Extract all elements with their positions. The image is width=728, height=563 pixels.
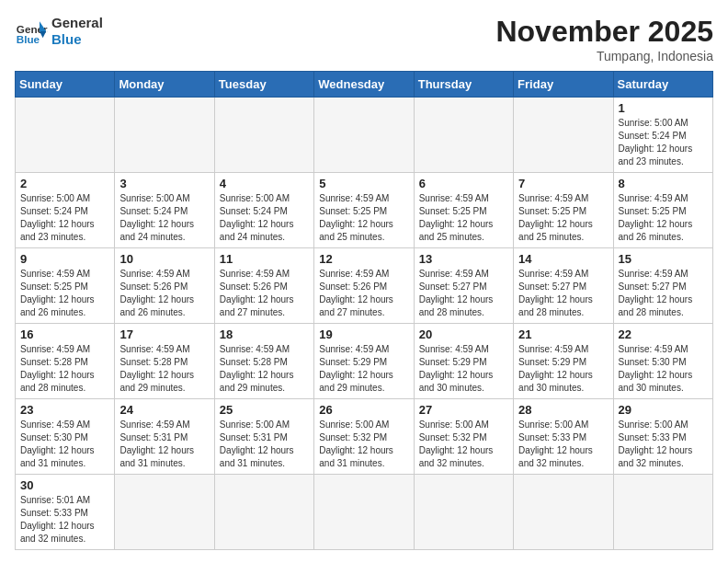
day-info: Sunrise: 5:00 AM Sunset: 5:24 PM Dayligh… <box>119 192 209 244</box>
week-row-6: 30Sunrise: 5:01 AM Sunset: 5:33 PM Dayli… <box>16 475 713 550</box>
day-number: 3 <box>119 177 209 190</box>
day-info: Sunrise: 5:00 AM Sunset: 5:33 PM Dayligh… <box>518 419 608 470</box>
day-info: Sunrise: 5:00 AM Sunset: 5:24 PM Dayligh… <box>619 117 708 168</box>
day-info: Sunrise: 4:59 AM Sunset: 5:28 PM Dayligh… <box>119 343 209 395</box>
day-number: 20 <box>419 327 508 341</box>
day-number: 5 <box>319 177 408 190</box>
calendar-cell <box>414 98 513 173</box>
day-info: Sunrise: 4:59 AM Sunset: 5:25 PM Dayligh… <box>419 192 508 244</box>
logo-icon: General Blue <box>15 15 48 48</box>
day-number: 11 <box>220 252 309 266</box>
calendar-cell: 10Sunrise: 4:59 AM Sunset: 5:26 PM Dayli… <box>115 248 214 324</box>
day-header-sunday: Sunday <box>16 72 115 98</box>
day-number: 26 <box>319 403 408 417</box>
page-header: General Blue General Blue November 2025 … <box>15 15 713 63</box>
calendar-cell: 1Sunrise: 5:00 AM Sunset: 5:24 PM Daylig… <box>613 98 712 173</box>
day-header-friday: Friday <box>514 72 613 98</box>
day-info: Sunrise: 5:00 AM Sunset: 5:32 PM Dayligh… <box>419 419 508 470</box>
day-number: 13 <box>419 252 508 266</box>
day-number: 6 <box>419 177 508 190</box>
day-info: Sunrise: 4:59 AM Sunset: 5:29 PM Dayligh… <box>319 343 408 395</box>
day-number: 18 <box>220 327 309 341</box>
calendar-cell: 21Sunrise: 4:59 AM Sunset: 5:29 PM Dayli… <box>514 324 613 399</box>
day-info: Sunrise: 4:59 AM Sunset: 5:26 PM Dayligh… <box>220 268 309 319</box>
calendar-cell <box>214 98 313 173</box>
day-number: 23 <box>20 403 109 417</box>
calendar-cell <box>115 475 214 550</box>
location-subtitle: Tumpang, Indonesia <box>495 49 713 63</box>
calendar-cell: 23Sunrise: 4:59 AM Sunset: 5:30 PM Dayli… <box>16 399 115 475</box>
calendar-cell: 5Sunrise: 4:59 AM Sunset: 5:25 PM Daylig… <box>314 173 414 248</box>
day-header-monday: Monday <box>115 72 214 98</box>
day-number: 16 <box>20 327 109 341</box>
calendar-cell: 17Sunrise: 4:59 AM Sunset: 5:28 PM Dayli… <box>115 324 214 399</box>
day-info: Sunrise: 4:59 AM Sunset: 5:25 PM Dayligh… <box>319 192 408 244</box>
day-number: 19 <box>319 327 408 341</box>
day-info: Sunrise: 4:59 AM Sunset: 5:29 PM Dayligh… <box>419 343 508 395</box>
calendar-cell: 20Sunrise: 4:59 AM Sunset: 5:29 PM Dayli… <box>414 324 513 399</box>
svg-text:Blue: Blue <box>17 33 40 45</box>
calendar-cell: 24Sunrise: 4:59 AM Sunset: 5:31 PM Dayli… <box>115 399 214 475</box>
day-info: Sunrise: 4:59 AM Sunset: 5:30 PM Dayligh… <box>20 419 109 470</box>
day-info: Sunrise: 4:59 AM Sunset: 5:25 PM Dayligh… <box>20 268 109 319</box>
month-title: November 2025 <box>495 15 713 49</box>
calendar-cell: 13Sunrise: 4:59 AM Sunset: 5:27 PM Dayli… <box>414 248 513 324</box>
day-number: 4 <box>220 177 309 190</box>
calendar-cell: 8Sunrise: 4:59 AM Sunset: 5:25 PM Daylig… <box>613 173 712 248</box>
calendar-cell: 28Sunrise: 5:00 AM Sunset: 5:33 PM Dayli… <box>514 399 613 475</box>
day-header-saturday: Saturday <box>613 72 712 98</box>
calendar-cell <box>514 98 613 173</box>
calendar-cell: 16Sunrise: 4:59 AM Sunset: 5:28 PM Dayli… <box>16 324 115 399</box>
calendar-cell: 6Sunrise: 4:59 AM Sunset: 5:25 PM Daylig… <box>414 173 513 248</box>
day-number: 17 <box>119 327 209 341</box>
logo: General Blue General Blue <box>15 15 103 48</box>
calendar-cell <box>414 475 513 550</box>
day-info: Sunrise: 4:59 AM Sunset: 5:28 PM Dayligh… <box>220 343 309 395</box>
day-info: Sunrise: 4:59 AM Sunset: 5:27 PM Dayligh… <box>619 268 708 319</box>
day-header-thursday: Thursday <box>414 72 513 98</box>
calendar-cell <box>314 475 414 550</box>
day-info: Sunrise: 4:59 AM Sunset: 5:27 PM Dayligh… <box>419 268 508 319</box>
calendar-cell: 2Sunrise: 5:00 AM Sunset: 5:24 PM Daylig… <box>16 173 115 248</box>
day-info: Sunrise: 5:00 AM Sunset: 5:32 PM Dayligh… <box>319 419 408 470</box>
calendar-cell: 26Sunrise: 5:00 AM Sunset: 5:32 PM Dayli… <box>314 399 414 475</box>
logo-general-text: General <box>51 15 103 31</box>
day-number: 8 <box>619 177 708 190</box>
day-number: 28 <box>518 403 608 417</box>
logo-blue-text: Blue <box>51 31 103 48</box>
calendar-cell: 14Sunrise: 4:59 AM Sunset: 5:27 PM Dayli… <box>514 248 613 324</box>
day-headers-row: SundayMondayTuesdayWednesdayThursdayFrid… <box>16 72 713 98</box>
day-number: 24 <box>119 403 209 417</box>
calendar-cell: 9Sunrise: 4:59 AM Sunset: 5:25 PM Daylig… <box>16 248 115 324</box>
calendar-cell: 12Sunrise: 4:59 AM Sunset: 5:26 PM Dayli… <box>314 248 414 324</box>
week-row-3: 9Sunrise: 4:59 AM Sunset: 5:25 PM Daylig… <box>16 248 713 324</box>
day-info: Sunrise: 5:00 AM Sunset: 5:24 PM Dayligh… <box>20 192 109 244</box>
calendar-cell <box>514 475 613 550</box>
day-header-wednesday: Wednesday <box>314 72 414 98</box>
day-info: Sunrise: 5:00 AM Sunset: 5:24 PM Dayligh… <box>220 192 309 244</box>
day-info: Sunrise: 4:59 AM Sunset: 5:25 PM Dayligh… <box>518 192 608 244</box>
day-number: 15 <box>619 252 708 266</box>
calendar-cell: 3Sunrise: 5:00 AM Sunset: 5:24 PM Daylig… <box>115 173 214 248</box>
day-header-tuesday: Tuesday <box>214 72 313 98</box>
calendar-cell: 18Sunrise: 4:59 AM Sunset: 5:28 PM Dayli… <box>214 324 313 399</box>
calendar-cell: 27Sunrise: 5:00 AM Sunset: 5:32 PM Dayli… <box>414 399 513 475</box>
calendar-cell <box>314 98 414 173</box>
day-number: 30 <box>20 478 109 492</box>
day-info: Sunrise: 4:59 AM Sunset: 5:26 PM Dayligh… <box>319 268 408 319</box>
day-number: 9 <box>20 252 109 266</box>
calendar-cell <box>115 98 214 173</box>
day-info: Sunrise: 5:00 AM Sunset: 5:33 PM Dayligh… <box>619 419 708 470</box>
day-number: 14 <box>518 252 608 266</box>
day-number: 10 <box>119 252 209 266</box>
calendar-cell: 19Sunrise: 4:59 AM Sunset: 5:29 PM Dayli… <box>314 324 414 399</box>
week-row-1: 1Sunrise: 5:00 AM Sunset: 5:24 PM Daylig… <box>16 98 713 173</box>
calendar-cell: 15Sunrise: 4:59 AM Sunset: 5:27 PM Dayli… <box>613 248 712 324</box>
day-info: Sunrise: 5:00 AM Sunset: 5:31 PM Dayligh… <box>220 419 309 470</box>
calendar-cell <box>16 98 115 173</box>
calendar-cell: 7Sunrise: 4:59 AM Sunset: 5:25 PM Daylig… <box>514 173 613 248</box>
calendar-cell: 22Sunrise: 4:59 AM Sunset: 5:30 PM Dayli… <box>613 324 712 399</box>
day-number: 27 <box>419 403 508 417</box>
day-info: Sunrise: 4:59 AM Sunset: 5:29 PM Dayligh… <box>518 343 608 395</box>
calendar-cell: 30Sunrise: 5:01 AM Sunset: 5:33 PM Dayli… <box>16 475 115 550</box>
